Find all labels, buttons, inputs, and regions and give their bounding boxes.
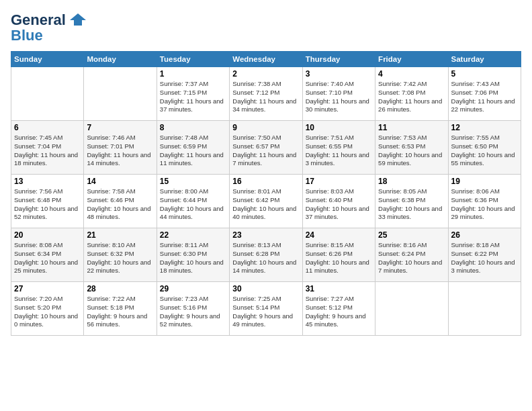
calendar-week-row: 13Sunrise: 7:56 AM Sunset: 6:48 PM Dayli… bbox=[11, 175, 521, 228]
day-number: 22 bbox=[160, 230, 226, 240]
calendar-cell: 8Sunrise: 7:48 AM Sunset: 6:59 PM Daylig… bbox=[157, 121, 229, 175]
calendar-cell: 16Sunrise: 8:01 AM Sunset: 6:42 PM Dayli… bbox=[230, 175, 302, 228]
day-number: 26 bbox=[451, 230, 518, 240]
day-info: Sunrise: 7:56 AM Sunset: 6:48 PM Dayligh… bbox=[14, 187, 81, 222]
weekday-header-saturday: Saturday bbox=[448, 52, 521, 67]
calendar-cell bbox=[84, 67, 157, 121]
calendar-cell: 27Sunrise: 7:20 AM Sunset: 5:20 PM Dayli… bbox=[11, 282, 84, 336]
day-info: Sunrise: 7:23 AM Sunset: 5:16 PM Dayligh… bbox=[160, 295, 226, 329]
weekday-header-wednesday: Wednesday bbox=[230, 52, 302, 67]
day-number: 25 bbox=[378, 230, 445, 240]
calendar-cell: 12Sunrise: 7:55 AM Sunset: 6:50 PM Dayli… bbox=[448, 121, 521, 175]
calendar-week-row: 27Sunrise: 7:20 AM Sunset: 5:20 PM Dayli… bbox=[11, 282, 521, 336]
day-info: Sunrise: 7:43 AM Sunset: 7:06 PM Dayligh… bbox=[451, 80, 518, 114]
day-info: Sunrise: 8:01 AM Sunset: 6:42 PM Dayligh… bbox=[232, 187, 299, 222]
calendar-cell: 18Sunrise: 8:05 AM Sunset: 6:38 PM Dayli… bbox=[375, 175, 448, 228]
logo: General Blue bbox=[11, 11, 87, 44]
calendar-cell: 24Sunrise: 8:15 AM Sunset: 6:26 PM Dayli… bbox=[302, 228, 375, 282]
calendar-cell: 14Sunrise: 7:58 AM Sunset: 6:46 PM Dayli… bbox=[84, 175, 157, 228]
calendar-cell: 21Sunrise: 8:10 AM Sunset: 6:32 PM Dayli… bbox=[84, 228, 157, 282]
logo-bird-icon bbox=[69, 11, 87, 30]
calendar-cell: 9Sunrise: 7:50 AM Sunset: 6:57 PM Daylig… bbox=[230, 121, 302, 175]
calendar-week-row: 1Sunrise: 7:37 AM Sunset: 7:15 PM Daylig… bbox=[11, 67, 521, 121]
logo-blue: Blue bbox=[11, 27, 43, 44]
calendar-cell: 17Sunrise: 8:03 AM Sunset: 6:40 PM Dayli… bbox=[302, 175, 375, 228]
day-info: Sunrise: 7:25 AM Sunset: 5:14 PM Dayligh… bbox=[232, 295, 299, 329]
day-info: Sunrise: 7:37 AM Sunset: 7:15 PM Dayligh… bbox=[160, 80, 226, 114]
day-info: Sunrise: 8:11 AM Sunset: 6:30 PM Dayligh… bbox=[160, 241, 226, 275]
weekday-header-friday: Friday bbox=[375, 52, 448, 67]
calendar-cell: 23Sunrise: 8:13 AM Sunset: 6:28 PM Dayli… bbox=[230, 228, 302, 282]
day-info: Sunrise: 7:38 AM Sunset: 7:12 PM Dayligh… bbox=[232, 80, 299, 114]
calendar-cell bbox=[448, 282, 521, 336]
day-number: 2 bbox=[232, 69, 299, 79]
day-number: 29 bbox=[160, 284, 226, 293]
day-info: Sunrise: 7:46 AM Sunset: 7:01 PM Dayligh… bbox=[87, 134, 153, 168]
calendar-cell bbox=[11, 67, 84, 121]
day-info: Sunrise: 8:16 AM Sunset: 6:24 PM Dayligh… bbox=[378, 241, 445, 275]
day-number: 11 bbox=[378, 123, 445, 132]
day-number: 13 bbox=[14, 177, 81, 186]
day-number: 5 bbox=[451, 69, 518, 79]
weekday-header-thursday: Thursday bbox=[302, 52, 375, 67]
calendar-cell: 20Sunrise: 8:08 AM Sunset: 6:34 PM Dayli… bbox=[11, 228, 84, 282]
day-info: Sunrise: 8:18 AM Sunset: 6:22 PM Dayligh… bbox=[451, 241, 518, 275]
day-info: Sunrise: 7:40 AM Sunset: 7:10 PM Dayligh… bbox=[306, 80, 372, 114]
calendar-cell: 7Sunrise: 7:46 AM Sunset: 7:01 PM Daylig… bbox=[84, 121, 157, 175]
day-number: 9 bbox=[232, 123, 299, 132]
day-number: 23 bbox=[232, 230, 299, 240]
calendar-cell: 29Sunrise: 7:23 AM Sunset: 5:16 PM Dayli… bbox=[157, 282, 229, 336]
day-number: 7 bbox=[87, 123, 153, 132]
day-info: Sunrise: 7:55 AM Sunset: 6:50 PM Dayligh… bbox=[451, 134, 518, 168]
day-info: Sunrise: 7:22 AM Sunset: 5:18 PM Dayligh… bbox=[87, 295, 153, 329]
day-info: Sunrise: 8:08 AM Sunset: 6:34 PM Dayligh… bbox=[14, 241, 81, 275]
page-header: General Blue bbox=[11, 11, 521, 44]
day-info: Sunrise: 7:50 AM Sunset: 6:57 PM Dayligh… bbox=[232, 134, 299, 168]
calendar-week-row: 20Sunrise: 8:08 AM Sunset: 6:34 PM Dayli… bbox=[11, 228, 521, 282]
calendar-cell: 13Sunrise: 7:56 AM Sunset: 6:48 PM Dayli… bbox=[11, 175, 84, 228]
weekday-header-tuesday: Tuesday bbox=[157, 52, 229, 67]
svg-marker-0 bbox=[70, 13, 86, 26]
day-number: 17 bbox=[306, 177, 372, 186]
calendar-cell bbox=[375, 282, 448, 336]
calendar-cell: 22Sunrise: 8:11 AM Sunset: 6:30 PM Dayli… bbox=[157, 228, 229, 282]
day-info: Sunrise: 7:58 AM Sunset: 6:46 PM Dayligh… bbox=[87, 187, 153, 222]
weekday-header-monday: Monday bbox=[84, 52, 157, 67]
day-number: 27 bbox=[14, 284, 81, 293]
day-info: Sunrise: 8:10 AM Sunset: 6:32 PM Dayligh… bbox=[87, 241, 153, 275]
day-number: 12 bbox=[451, 123, 518, 132]
calendar-cell: 5Sunrise: 7:43 AM Sunset: 7:06 PM Daylig… bbox=[448, 67, 521, 121]
day-info: Sunrise: 7:27 AM Sunset: 5:12 PM Dayligh… bbox=[306, 295, 372, 329]
day-info: Sunrise: 8:06 AM Sunset: 6:36 PM Dayligh… bbox=[451, 187, 518, 222]
day-info: Sunrise: 7:42 AM Sunset: 7:08 PM Dayligh… bbox=[378, 80, 445, 114]
day-number: 8 bbox=[160, 123, 226, 132]
day-number: 30 bbox=[232, 284, 299, 293]
day-info: Sunrise: 7:48 AM Sunset: 6:59 PM Dayligh… bbox=[160, 134, 226, 168]
day-number: 18 bbox=[378, 177, 445, 186]
day-info: Sunrise: 8:05 AM Sunset: 6:38 PM Dayligh… bbox=[378, 187, 445, 222]
day-number: 21 bbox=[87, 230, 153, 240]
calendar-cell: 3Sunrise: 7:40 AM Sunset: 7:10 PM Daylig… bbox=[302, 67, 375, 121]
calendar-cell: 15Sunrise: 8:00 AM Sunset: 6:44 PM Dayli… bbox=[157, 175, 229, 228]
day-info: Sunrise: 8:00 AM Sunset: 6:44 PM Dayligh… bbox=[160, 187, 226, 222]
calendar-cell: 19Sunrise: 8:06 AM Sunset: 6:36 PM Dayli… bbox=[448, 175, 521, 228]
day-info: Sunrise: 7:51 AM Sunset: 6:55 PM Dayligh… bbox=[306, 134, 372, 168]
day-number: 20 bbox=[14, 230, 81, 240]
day-number: 4 bbox=[378, 69, 445, 79]
day-info: Sunrise: 8:13 AM Sunset: 6:28 PM Dayligh… bbox=[232, 241, 299, 275]
day-number: 28 bbox=[87, 284, 153, 293]
calendar-cell: 4Sunrise: 7:42 AM Sunset: 7:08 PM Daylig… bbox=[375, 67, 448, 121]
day-info: Sunrise: 7:45 AM Sunset: 7:04 PM Dayligh… bbox=[14, 134, 81, 168]
day-number: 3 bbox=[306, 69, 372, 79]
calendar-cell: 25Sunrise: 8:16 AM Sunset: 6:24 PM Dayli… bbox=[375, 228, 448, 282]
day-number: 24 bbox=[306, 230, 372, 240]
day-number: 31 bbox=[306, 284, 372, 293]
day-number: 15 bbox=[160, 177, 226, 186]
day-info: Sunrise: 7:53 AM Sunset: 6:53 PM Dayligh… bbox=[378, 134, 445, 168]
calendar-cell: 11Sunrise: 7:53 AM Sunset: 6:53 PM Dayli… bbox=[375, 121, 448, 175]
calendar-table: SundayMondayTuesdayWednesdayThursdayFrid… bbox=[11, 51, 521, 336]
day-info: Sunrise: 7:20 AM Sunset: 5:20 PM Dayligh… bbox=[14, 295, 81, 329]
calendar-cell: 26Sunrise: 8:18 AM Sunset: 6:22 PM Dayli… bbox=[448, 228, 521, 282]
weekday-header-sunday: Sunday bbox=[11, 52, 84, 67]
calendar-header-row: SundayMondayTuesdayWednesdayThursdayFrid… bbox=[11, 52, 521, 67]
